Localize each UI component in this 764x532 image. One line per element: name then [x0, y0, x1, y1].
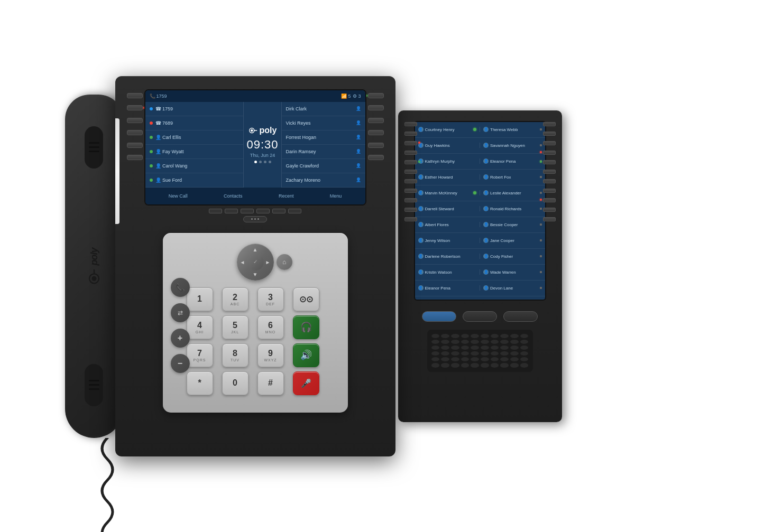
home-button[interactable]: ⌂ — [277, 254, 292, 270]
nav-up-button[interactable]: ▲ — [253, 247, 258, 253]
exp-bottom-btn-2[interactable] — [463, 311, 497, 322]
exp-cell-leslie-alexander[interactable]: 👤 Leslie Alexander — [480, 190, 545, 195]
exp-key-l5[interactable] — [404, 160, 417, 164]
exp-key-r4[interactable] — [543, 151, 556, 155]
exp-key-r7[interactable] — [543, 179, 556, 183]
exp-key-l3[interactable] — [404, 141, 417, 145]
exp-cell-marvin-mckinney[interactable]: 👤 Marvin McKinney — [415, 190, 481, 195]
exp-cell-eleanor-pena-2[interactable]: 👤 Eleanor Pena — [415, 285, 481, 291]
main-rline-key-5[interactable] — [368, 143, 384, 148]
key-hash[interactable]: # — [257, 371, 284, 395]
volume-minus-button[interactable]: − — [171, 354, 190, 373]
main-line-key-2[interactable] — [127, 105, 143, 110]
exp-key-l2[interactable] — [404, 132, 417, 136]
key-1[interactable]: 1 — [187, 287, 213, 311]
exp-cell-darrell-steward[interactable]: 👤 Darrell Steward — [415, 206, 481, 211]
exp-cell-devon-lane[interactable]: 👤 Devon Lane — [480, 285, 545, 291]
speaker-button[interactable]: 🔊 — [293, 343, 319, 367]
screen-nav-btn-2[interactable] — [225, 209, 238, 213]
nav-down-button[interactable]: ▼ — [253, 272, 258, 277]
key-4[interactable]: 4 GHI — [187, 315, 213, 339]
main-line-key-4[interactable] — [127, 130, 143, 135]
nav-left-button[interactable]: ◄ — [240, 259, 245, 265]
exp-key-r5[interactable] — [543, 160, 556, 164]
screen-rline-dirk-clark[interactable]: Dirk Clark 👤 — [282, 102, 365, 116]
key-voicemail[interactable]: ⊙⊙ — [293, 287, 319, 311]
key-9[interactable]: 9 WXYZ — [257, 343, 284, 367]
exp-cell-theresa-webb[interactable]: 👤 Theresa Webb — [480, 127, 545, 132]
main-line-key-1[interactable] — [127, 93, 143, 98]
screen-nav-btn-3[interactable] — [241, 209, 254, 213]
exp-key-l6[interactable] — [404, 170, 417, 174]
main-line-key-3[interactable] — [127, 118, 143, 123]
exp-key-r2[interactable] — [543, 132, 556, 136]
screen-rline-zachary-moreno[interactable]: Zachary Moreno 👤 — [282, 173, 365, 188]
exp-cell-courtney-henry[interactable]: 👤 Courtney Henry — [415, 127, 481, 132]
screen-line-carl-ellis[interactable]: 👤 Carl Ellis — [145, 130, 244, 145]
exp-key-l11[interactable] — [404, 217, 417, 221]
screen-nav-btn-5[interactable] — [272, 209, 286, 213]
exp-cell-wade-warren[interactable]: 👤 Wade Warren — [480, 269, 545, 275]
exp-cell-esther-howard[interactable]: 👤 Esther Howard — [415, 174, 481, 180]
key-3[interactable]: 3 DEF — [257, 287, 284, 311]
main-line-key-6[interactable] — [127, 155, 143, 160]
key-6[interactable]: 6 MNO — [257, 315, 284, 339]
screen-line-sue-ford[interactable]: 👤 Sue Ford — [145, 173, 244, 188]
main-line-key-5[interactable] — [127, 143, 143, 148]
exp-key-l10[interactable] — [404, 208, 417, 212]
exp-key-r10[interactable] — [543, 208, 556, 212]
exp-key-r11[interactable] — [543, 217, 556, 221]
key-0[interactable]: 0 — [222, 371, 248, 395]
screen-rline-gayle-crawford[interactable]: Gayle Crawford 👤 — [282, 159, 365, 173]
transfer-button[interactable]: ⇄ — [171, 303, 190, 322]
mute-button[interactable]: 🎤 — [293, 371, 319, 395]
exp-cell-albert-flores[interactable]: 👤 Albert Flores — [415, 222, 481, 227]
exp-cell-kristin-watson[interactable]: 👤 Kristin Watson — [415, 269, 481, 275]
exp-key-l4[interactable] — [404, 151, 417, 155]
screen-nav-btn-4[interactable] — [256, 209, 270, 213]
main-rline-key-2[interactable] — [368, 105, 384, 110]
key-8[interactable]: 8 TUV — [222, 343, 248, 367]
exp-bottom-btn-3[interactable] — [503, 311, 538, 322]
exp-cell-robert-fox[interactable]: 👤 Robert Fox — [480, 174, 545, 180]
exp-cell-darlene-robertson[interactable]: 👤 Darlene Robertson — [415, 254, 481, 259]
more-options-button[interactable] — [243, 216, 267, 222]
screen-line-1759[interactable]: ☎ 1759 — [145, 102, 244, 116]
exp-key-l1[interactable] — [404, 122, 417, 126]
key-star[interactable]: * — [187, 371, 213, 395]
main-rline-key-4[interactable] — [368, 130, 384, 135]
exp-cell-jenny-wilson[interactable]: 👤 Jenny Wilson — [415, 238, 481, 243]
exp-key-l9[interactable] — [404, 198, 417, 202]
call-hold-button[interactable]: 📞 — [171, 278, 190, 297]
volume-plus-button[interactable]: + — [171, 329, 190, 348]
key-2[interactable]: 2 ABC — [222, 287, 248, 311]
exp-cell-eleanor-pena[interactable]: 👤 Eleanor Pena — [480, 158, 545, 164]
screen-line-fay-wyatt[interactable]: 👤 Fay Wyatt — [145, 145, 244, 159]
exp-key-r3[interactable] — [543, 141, 556, 145]
screen-rline-darin-ramsey[interactable]: Darin Ramsey 👤 — [282, 145, 365, 159]
exp-cell-jane-cooper[interactable]: 👤 Jane Cooper — [480, 238, 545, 243]
exp-cell-savannah-nguyen[interactable]: 👤 Savannah Nguyen — [480, 143, 545, 148]
exp-key-r9[interactable] — [543, 198, 556, 202]
screen-line-7689[interactable]: ☎ 7689 — [145, 116, 244, 130]
exp-key-r1[interactable] — [543, 122, 556, 126]
screen-rline-vicki-reyes[interactable]: Vicki Reyes 👤 — [282, 116, 365, 130]
key-5[interactable]: 5 JKL — [222, 315, 248, 339]
exp-bottom-btn-1[interactable] — [422, 311, 456, 322]
headset-button[interactable]: 🎧 — [293, 315, 319, 339]
exp-key-l7[interactable] — [404, 179, 417, 183]
main-rline-key-3[interactable] — [368, 118, 384, 123]
exp-key-l8[interactable] — [404, 189, 417, 193]
exp-cell-ronald-richards[interactable]: 👤 Ronald Richards — [480, 206, 545, 211]
screen-btn-new-call[interactable]: New Call — [164, 192, 192, 200]
screen-btn-recent[interactable]: Recent — [274, 192, 298, 200]
exp-key-r8[interactable] — [543, 189, 556, 193]
exp-key-r6[interactable] — [543, 170, 556, 174]
screen-btn-contacts[interactable]: Contacts — [219, 192, 247, 200]
nav-right-button[interactable]: ► — [265, 259, 271, 265]
exp-cell-bessie-cooper[interactable]: 👤 Bessie Cooper — [480, 222, 545, 227]
exp-cell-cody-fisher[interactable]: 👤 Cody Fisher — [480, 254, 545, 259]
screen-line-carol-wang[interactable]: 👤 Carol Wang — [145, 159, 244, 173]
key-7[interactable]: 7 PQRS — [187, 343, 213, 367]
screen-btn-menu[interactable]: Menu — [326, 192, 346, 200]
